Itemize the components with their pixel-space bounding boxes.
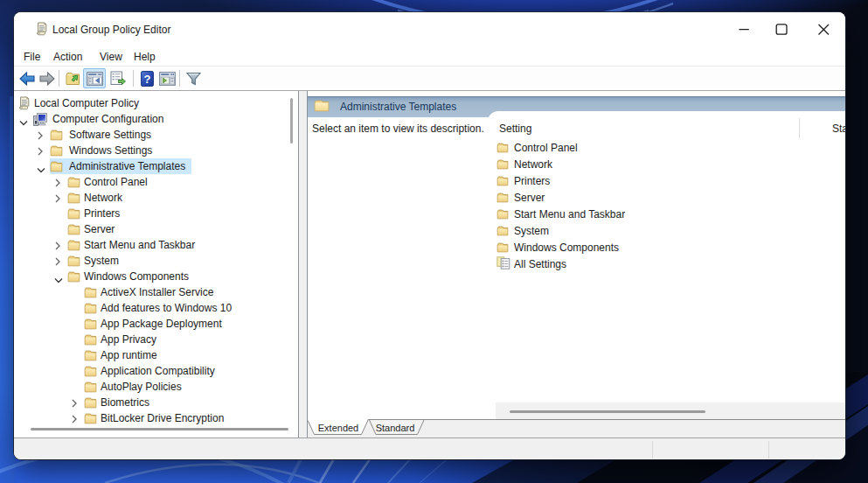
svg-text:Standard: Standard: [376, 423, 415, 433]
svg-text:?: ?: [144, 73, 151, 86]
svg-text:Extended: Extended: [318, 423, 358, 433]
